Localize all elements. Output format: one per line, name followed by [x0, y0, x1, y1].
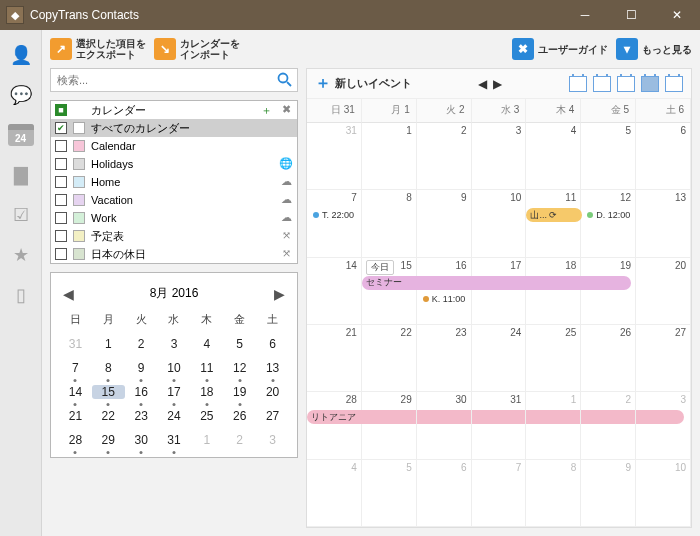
- month-cell[interactable]: 3: [636, 392, 691, 459]
- mini-day[interactable]: 20: [256, 385, 289, 399]
- prev-period-button[interactable]: ◀: [478, 77, 487, 91]
- month-cell[interactable]: 6: [417, 460, 472, 527]
- calendar-checkbox[interactable]: [55, 158, 67, 170]
- view-day-button[interactable]: [569, 76, 587, 92]
- mini-next-button[interactable]: ▶: [274, 286, 285, 302]
- mini-day[interactable]: 31: [59, 337, 92, 351]
- month-cell[interactable]: 5: [581, 123, 636, 190]
- month-cell[interactable]: 11山... ⟳: [526, 190, 581, 257]
- mini-day[interactable]: 24: [158, 409, 191, 423]
- mini-day[interactable]: 18: [190, 385, 223, 399]
- messages-icon[interactable]: 💬: [10, 84, 32, 106]
- view-list-button[interactable]: [665, 76, 683, 92]
- calendar-row[interactable]: 日本の休日⤧: [51, 245, 297, 263]
- mini-day[interactable]: 26: [223, 409, 256, 423]
- mini-day[interactable]: 2: [223, 433, 256, 447]
- view-week-button[interactable]: [593, 76, 611, 92]
- calendar-checkbox[interactable]: [55, 140, 67, 152]
- mini-prev-button[interactable]: ◀: [63, 286, 74, 302]
- month-cell[interactable]: 30: [417, 392, 472, 459]
- mini-day[interactable]: 2: [125, 337, 158, 351]
- calendar-row[interactable]: 予定表⤧: [51, 227, 297, 245]
- month-cell[interactable]: 22: [362, 325, 417, 392]
- mini-day[interactable]: 6: [256, 337, 289, 351]
- month-cell[interactable]: 1: [362, 123, 417, 190]
- month-cell[interactable]: 3: [472, 123, 527, 190]
- calendar-event[interactable]: 山... ⟳: [526, 208, 582, 222]
- import-button[interactable]: ↘ カレンダーをインポート: [154, 38, 240, 60]
- export-button[interactable]: ↗ 選択した項目をエクスポート: [50, 38, 146, 60]
- mini-day[interactable]: 23: [125, 409, 158, 423]
- month-cell[interactable]: 19: [581, 258, 636, 325]
- calendar-row[interactable]: Holidays🌐: [51, 155, 297, 173]
- mini-day[interactable]: 25: [190, 409, 223, 423]
- month-cell[interactable]: 10: [636, 460, 691, 527]
- search-input[interactable]: [50, 68, 298, 92]
- month-cell[interactable]: 31: [472, 392, 527, 459]
- master-checkbox[interactable]: ■: [55, 104, 67, 116]
- calendar-event[interactable]: セミナー: [362, 276, 631, 290]
- month-cell[interactable]: 1: [526, 392, 581, 459]
- calendar-event[interactable]: D. 12:00: [583, 208, 634, 222]
- mini-day[interactable]: 14: [59, 385, 92, 399]
- month-cell[interactable]: 7: [472, 460, 527, 527]
- remove-calendar-icon[interactable]: ✖: [279, 103, 293, 117]
- month-cell[interactable]: 7T. 22:00: [307, 190, 362, 257]
- notes-icon[interactable]: ▇: [10, 164, 32, 186]
- mini-day[interactable]: 12: [223, 361, 256, 375]
- month-cell[interactable]: 21: [307, 325, 362, 392]
- month-cell[interactable]: 13: [636, 190, 691, 257]
- calendar-event[interactable]: T. 22:00: [309, 208, 358, 222]
- mini-day[interactable]: 22: [92, 409, 125, 423]
- month-cell[interactable]: 28リトアニア: [307, 392, 362, 459]
- month-cell[interactable]: 8: [526, 460, 581, 527]
- search-icon[interactable]: [276, 71, 294, 89]
- calendar-checkbox[interactable]: [55, 194, 67, 206]
- mini-day[interactable]: 4: [190, 337, 223, 351]
- next-period-button[interactable]: ▶: [493, 77, 502, 91]
- month-cell[interactable]: 20: [636, 258, 691, 325]
- calendar-row[interactable]: Home☁: [51, 173, 297, 191]
- month-cell[interactable]: 12D. 12:00: [581, 190, 636, 257]
- mini-day[interactable]: 9: [125, 361, 158, 375]
- mini-day[interactable]: 3: [158, 337, 191, 351]
- mini-day[interactable]: 8: [92, 361, 125, 375]
- mini-day[interactable]: 15: [92, 385, 125, 399]
- month-cell[interactable]: 10: [472, 190, 527, 257]
- minimize-button[interactable]: ─: [562, 0, 608, 30]
- month-cell[interactable]: 15今日セミナー: [362, 258, 417, 325]
- mini-day[interactable]: 3: [256, 433, 289, 447]
- mini-day[interactable]: 17: [158, 385, 191, 399]
- mini-day[interactable]: 13: [256, 361, 289, 375]
- calendar-row[interactable]: ✔すべてのカレンダー: [51, 119, 297, 137]
- month-cell[interactable]: 18: [526, 258, 581, 325]
- mini-day[interactable]: 11: [190, 361, 223, 375]
- month-cell[interactable]: 26: [581, 325, 636, 392]
- tasks-icon[interactable]: ☑: [10, 204, 32, 226]
- contacts-icon[interactable]: 👤: [10, 44, 32, 66]
- month-cell[interactable]: 27: [636, 325, 691, 392]
- mini-day[interactable]: 28: [59, 433, 92, 447]
- month-cell[interactable]: 24: [472, 325, 527, 392]
- calendar-row[interactable]: Work☁: [51, 209, 297, 227]
- month-cell[interactable]: 2: [581, 392, 636, 459]
- calendar-checkbox[interactable]: ✔: [55, 122, 67, 134]
- month-cell[interactable]: 9: [417, 190, 472, 257]
- bookmarks-icon[interactable]: ★: [10, 244, 32, 266]
- month-cell[interactable]: 25: [526, 325, 581, 392]
- close-button[interactable]: ✕: [654, 0, 700, 30]
- calendar-event[interactable]: K. 11:00: [419, 292, 470, 306]
- month-cell[interactable]: 9: [581, 460, 636, 527]
- user-guide-button[interactable]: ✖ ユーザーガイド: [512, 38, 608, 60]
- mini-day[interactable]: 31: [158, 433, 191, 447]
- mini-day[interactable]: 19: [223, 385, 256, 399]
- mini-day[interactable]: 16: [125, 385, 158, 399]
- mini-day[interactable]: 1: [190, 433, 223, 447]
- calendar-icon[interactable]: 24: [8, 124, 34, 146]
- mini-day[interactable]: 10: [158, 361, 191, 375]
- device-icon[interactable]: ▯: [10, 284, 32, 306]
- calendar-checkbox[interactable]: [55, 176, 67, 188]
- mini-day[interactable]: 7: [59, 361, 92, 375]
- more-button[interactable]: ▾ もっと見る: [616, 38, 692, 60]
- mini-day[interactable]: 1: [92, 337, 125, 351]
